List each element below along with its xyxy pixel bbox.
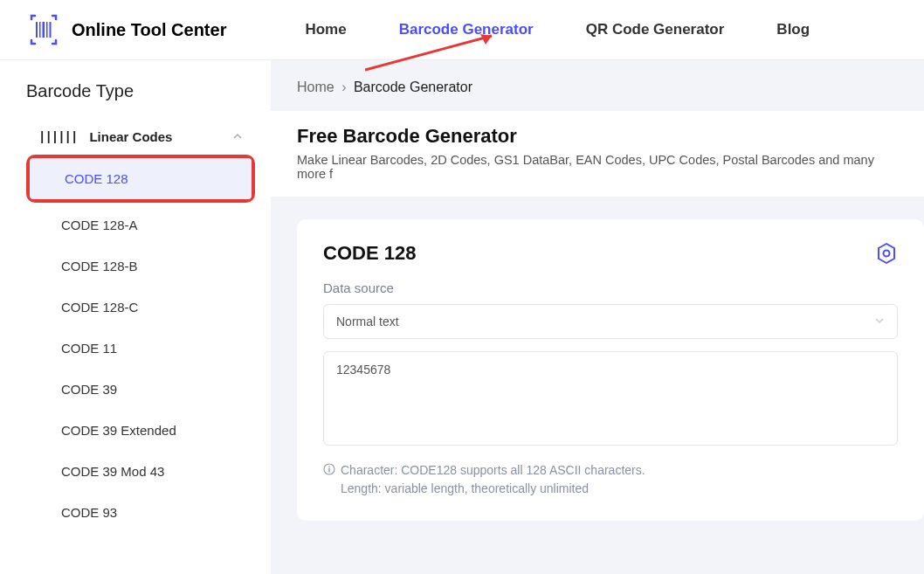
- brand-name: Online Tool Center: [72, 20, 226, 40]
- select-value: Normal text: [336, 315, 399, 328]
- barcode-data-input[interactable]: [323, 351, 898, 446]
- svg-rect-0: [36, 22, 38, 38]
- annotation-highlight-box: CODE 128: [26, 155, 255, 203]
- logo[interactable]: Online Tool Center: [26, 12, 226, 47]
- hint-line-2: Length: variable length, theoretically u…: [341, 480, 645, 498]
- hint-line-1: Character: CODE128 supports all 128 ASCI…: [341, 461, 645, 480]
- data-source-select[interactable]: Normal text: [323, 304, 898, 339]
- sidebar-item-code-128-a[interactable]: CODE 128-A: [26, 204, 255, 246]
- main-content: Home › Barcode Generator Free Barcode Ge…: [271, 60, 924, 574]
- nav-blog[interactable]: Blog: [776, 21, 810, 38]
- category-label: Linear Codes: [89, 129, 172, 144]
- data-source-label: Data source: [323, 280, 898, 295]
- info-icon: [323, 462, 335, 498]
- barcode-icon: ||||||: [38, 130, 77, 144]
- svg-rect-3: [46, 22, 48, 38]
- sidebar-item-code-128-c[interactable]: CODE 128-C: [26, 287, 255, 328]
- page-subtitle: Make Linear Barcodes, 2D Codes, GS1 Data…: [297, 153, 898, 181]
- sidebar-item-code-39-extended[interactable]: CODE 39 Extended: [26, 410, 255, 451]
- hero-banner: Free Barcode Generator Make Linear Barco…: [271, 111, 924, 197]
- svg-rect-1: [39, 22, 41, 38]
- card-title: CODE 128: [323, 242, 416, 265]
- sidebar-title: Barcode Type: [26, 81, 255, 101]
- breadcrumb-home[interactable]: Home: [297, 80, 334, 94]
- nav-home[interactable]: Home: [305, 21, 346, 38]
- svg-marker-7: [879, 244, 894, 263]
- nav-qr-code-generator[interactable]: QR Code Generator: [586, 21, 725, 38]
- settings-icon[interactable]: [875, 242, 898, 265]
- sidebar-item-code-11[interactable]: CODE 11: [26, 328, 255, 369]
- sidebar-item-code-128[interactable]: CODE 128: [30, 158, 252, 199]
- sidebar-item-code-93[interactable]: CODE 93: [26, 492, 255, 533]
- page-title: Free Barcode Generator: [297, 125, 898, 148]
- breadcrumb-current: Barcode Generator: [354, 80, 472, 94]
- chevron-up-icon: [232, 129, 243, 144]
- svg-rect-2: [43, 22, 45, 38]
- nav-barcode-generator[interactable]: Barcode Generator: [399, 21, 534, 38]
- svg-rect-4: [50, 22, 52, 38]
- svg-point-8: [884, 251, 890, 257]
- sidebar-item-code-39-mod-43[interactable]: CODE 39 Mod 43: [26, 451, 255, 492]
- chevron-right-icon: ›: [341, 80, 346, 94]
- barcode-logo-icon: [26, 12, 61, 47]
- main-nav: Home Barcode Generator QR Code Generator…: [305, 21, 810, 38]
- header: Online Tool Center Home Barcode Generato…: [0, 0, 924, 60]
- chevron-down-icon: [874, 315, 885, 328]
- breadcrumb: Home › Barcode Generator: [271, 60, 924, 111]
- generator-card: CODE 128 Data source Normal text: [297, 219, 924, 521]
- sidebar-category-linear-codes[interactable]: |||||| Linear Codes: [26, 121, 255, 153]
- hint-text: Character: CODE128 supports all 128 ASCI…: [323, 461, 898, 498]
- sidebar: Barcode Type |||||| Linear Codes CODE 12…: [0, 60, 271, 574]
- sidebar-item-code-128-b[interactable]: CODE 128-B: [26, 246, 255, 287]
- sidebar-item-code-39[interactable]: CODE 39: [26, 369, 255, 410]
